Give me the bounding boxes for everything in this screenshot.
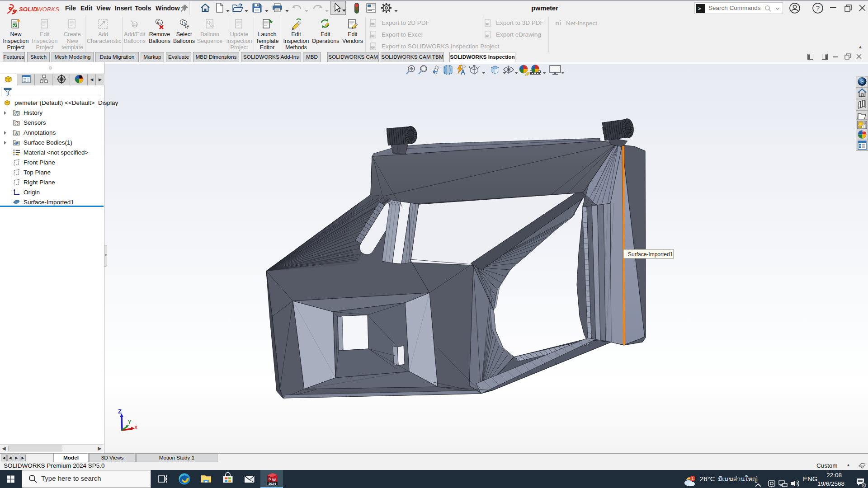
svg-text:3D: 3D [486, 23, 489, 25]
svg-text:2: 2 [863, 483, 865, 488]
svg-text:11: 11 [158, 21, 161, 25]
svg-text:2024: 2024 [269, 482, 277, 486]
svg-text:Z: Z [118, 408, 122, 415]
svg-text:11: 11 [182, 21, 185, 25]
svg-text:111: 111 [132, 23, 137, 26]
svg-text:PDF: PDF [370, 47, 375, 49]
svg-text:S: S [269, 477, 271, 481]
svg-text:1: 1 [691, 476, 693, 481]
svg-text:Surface-Imported1: Surface-Imported1 [628, 251, 673, 258]
svg-text:123: 123 [209, 24, 214, 27]
svg-text:3D: 3D [486, 35, 489, 37]
svg-text:WORKS: WORKS [37, 6, 59, 13]
svg-text:A: A [15, 131, 18, 136]
svg-text:X: X [134, 425, 138, 430]
svg-text:Y: Y [128, 419, 132, 425]
svg-text:?: ? [816, 4, 820, 12]
svg-text:PDF: PDF [370, 35, 375, 37]
svg-text:SOLID: SOLID [19, 6, 38, 13]
svg-text:PDF: PDF [370, 23, 375, 25]
